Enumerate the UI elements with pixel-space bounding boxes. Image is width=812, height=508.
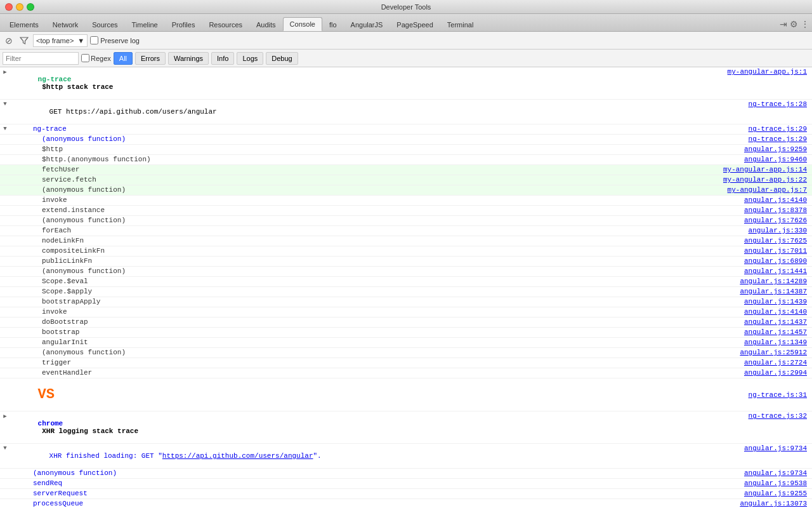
filter-all-button[interactable]: All	[114, 52, 133, 65]
minimize-button[interactable]	[16, 3, 23, 11]
row-anon-4: (anonymous function) angular.js:25912	[0, 348, 812, 358]
src-http-anon[interactable]: angular.js:9460	[698, 156, 812, 163]
xhr-row-sendreq: sendReq angular.js:9538	[0, 479, 812, 489]
tab-network[interactable]: Network	[46, 17, 85, 31]
regex-label[interactable]: Regex	[81, 54, 111, 62]
section1-header: ▶ ng-trace $http stack trace my-angular-…	[0, 67, 812, 100]
src-anon-4[interactable]: angular.js:25912	[698, 349, 812, 356]
src-trigger-1[interactable]: angular.js:2724	[698, 359, 812, 366]
filter-logs-button[interactable]: Logs	[237, 52, 263, 65]
src-scope-apply-1[interactable]: angular.js:14387	[698, 288, 812, 295]
row-compositelinkfn: compositeLinkFn angular.js:7011	[0, 246, 812, 257]
window-title: Developer Tools	[381, 3, 431, 11]
row-publiclinkfn: publicLinkFn angular.js:6890	[0, 257, 812, 267]
filter-input[interactable]	[3, 52, 79, 65]
row-anon-3: (anonymous function) angular.js:1441	[0, 267, 812, 277]
dock-icon[interactable]: ⇥	[780, 19, 787, 29]
tab-flo[interactable]: flo	[322, 17, 344, 31]
console-toolbar: ⊘ <top frame> ▼ Preserve log	[0, 32, 812, 50]
src-anon-3[interactable]: angular.js:1441	[698, 267, 812, 275]
src-dobootstrap-1[interactable]: angular.js:1437	[698, 318, 812, 326]
src-extend-instance[interactable]: angular.js:8378	[698, 206, 812, 214]
xhr-src-anon-1[interactable]: angular.js:9734	[698, 469, 812, 477]
tab-pagespeed[interactable]: PageSpeed	[390, 17, 440, 31]
title-bar: Developer Tools	[0, 0, 812, 14]
src-foreach[interactable]: angular.js:330	[698, 227, 812, 234]
src-angularinit-1[interactable]: angular.js:1349	[698, 338, 812, 346]
xhr-source[interactable]: angular.js:9734	[698, 444, 812, 452]
row-invoke-1: invoke angular.js:4140	[0, 196, 812, 206]
vs-row: VS ng-trace.js:31	[0, 378, 812, 411]
src-bootstrap-1[interactable]: angular.js:1457	[698, 328, 812, 336]
row-trigger-1: trigger angular.js:2724	[0, 358, 812, 368]
maximize-button[interactable]	[27, 3, 34, 11]
row-foreach: forEach angular.js:330	[0, 226, 812, 236]
src-fetchuser[interactable]: my-angular-app.js:14	[698, 166, 812, 173]
src-anon-1[interactable]: ng-trace.js:29	[698, 135, 812, 143]
menu-icon[interactable]: ⋮	[801, 19, 809, 29]
src-anon-highlighted[interactable]: my-angular-app.js:7	[698, 186, 812, 194]
row-angularinit-1: angularInit angular.js:1349	[0, 338, 812, 348]
row-invoke-2: invoke angular.js:4140	[0, 307, 812, 318]
filter-warnings-button[interactable]: Warnings	[168, 52, 209, 65]
row-fetchuser: fetchUser my-angular-app.js:14	[0, 165, 812, 175]
tab-console[interactable]: Console	[283, 17, 322, 31]
tab-timeline[interactable]: Timeline	[125, 17, 165, 31]
tab-audits[interactable]: Audits	[249, 17, 283, 31]
preserve-log-label[interactable]: Preserve log	[90, 36, 140, 44]
section2-header: ▶ chrome XHR logging stack trace ng-trac…	[0, 411, 812, 444]
settings-icon[interactable]: ⚙	[790, 19, 798, 29]
xhr-line: ▼ XHR finished loading: GET "https://api…	[0, 444, 812, 469]
clear-console-icon[interactable]: ⊘	[3, 34, 15, 47]
src-eventhandler-1[interactable]: angular.js:2994	[698, 369, 812, 377]
tab-resources[interactable]: Resources	[202, 17, 249, 31]
console-content: ▶ ng-trace $http stack trace my-angular-…	[0, 67, 812, 508]
filter-bar: Regex All Errors Warnings Info Logs Debu…	[0, 50, 812, 67]
src-ng-trace[interactable]: ng-trace.js:29	[698, 125, 812, 133]
section2-source[interactable]: ng-trace.js:32	[698, 412, 812, 420]
close-button[interactable]	[5, 3, 13, 11]
src-invoke-1[interactable]: angular.js:4140	[698, 196, 812, 204]
tab-profiles[interactable]: Profiles	[165, 17, 202, 31]
tab-terminal[interactable]: Terminal	[440, 17, 481, 31]
section1-source[interactable]: my-angular-app.js:1	[698, 68, 812, 76]
row-http: $http angular.js:9259	[0, 145, 812, 155]
regex-checkbox[interactable]	[81, 54, 89, 62]
xhr-src-serverrequest[interactable]: angular.js:9255	[698, 490, 812, 497]
src-bootstrapapply-1[interactable]: angular.js:1439	[698, 298, 812, 305]
row-extend-instance: extend.instance angular.js:8378	[0, 206, 812, 216]
row-service-fetch: service.fetch my-angular-app.js:22	[0, 175, 812, 185]
filter-errors-button[interactable]: Errors	[135, 52, 166, 65]
vs-source[interactable]: ng-trace.js:31	[698, 391, 812, 399]
xhr-row-processqueue: processQueue angular.js:13073	[0, 499, 812, 508]
filter-icon[interactable]	[18, 34, 30, 47]
src-anon-2[interactable]: angular.js:7626	[698, 217, 812, 224]
row-anon-2: (anonymous function) angular.js:7626	[0, 216, 812, 226]
row-nodelinkfn: nodeLinkFn angular.js:7625	[0, 236, 812, 246]
traffic-lights	[5, 3, 34, 11]
frame-selector[interactable]: <top frame> ▼	[33, 34, 88, 47]
row-eventhandler-1: eventHandler angular.js:2994	[0, 368, 812, 378]
xhr-src-sendreq[interactable]: angular.js:9538	[698, 479, 812, 487]
src-publiclinkfn[interactable]: angular.js:6890	[698, 257, 812, 265]
src-http[interactable]: angular.js:9259	[698, 145, 812, 153]
xhr-src-processqueue[interactable]: angular.js:13073	[698, 500, 812, 507]
tab-bar: Elements Network Sources Timeline Profil…	[0, 14, 812, 32]
src-service-fetch[interactable]: my-angular-app.js:22	[698, 176, 812, 184]
expand-icon[interactable]: ▶	[0, 68, 10, 76]
src-invoke-2[interactable]: angular.js:4140	[698, 308, 812, 316]
src-scope-eval-1[interactable]: angular.js:14289	[698, 277, 812, 285]
filter-info-button[interactable]: Info	[211, 52, 234, 65]
src-nodelinkfn[interactable]: angular.js:7625	[698, 237, 812, 244]
row-anon-1: (anonymous function) ng-trace.js:29	[0, 135, 812, 145]
filter-debug-button[interactable]: Debug	[266, 52, 298, 65]
tab-sources[interactable]: Sources	[85, 17, 124, 31]
row-scope-eval-1: Scope.$eval angular.js:14289	[0, 277, 812, 287]
tab-elements[interactable]: Elements	[3, 17, 46, 31]
xhr-row-anon-1: (anonymous function) angular.js:9734	[0, 469, 812, 479]
tab-angularjs[interactable]: AngularJS	[344, 17, 390, 31]
row-bootstrap-1: bootstrap angular.js:1457	[0, 328, 812, 338]
src-compositelinkfn[interactable]: angular.js:7011	[698, 247, 812, 255]
preserve-log-checkbox[interactable]	[90, 36, 98, 44]
get-source[interactable]: ng-trace.js:28	[698, 100, 812, 108]
